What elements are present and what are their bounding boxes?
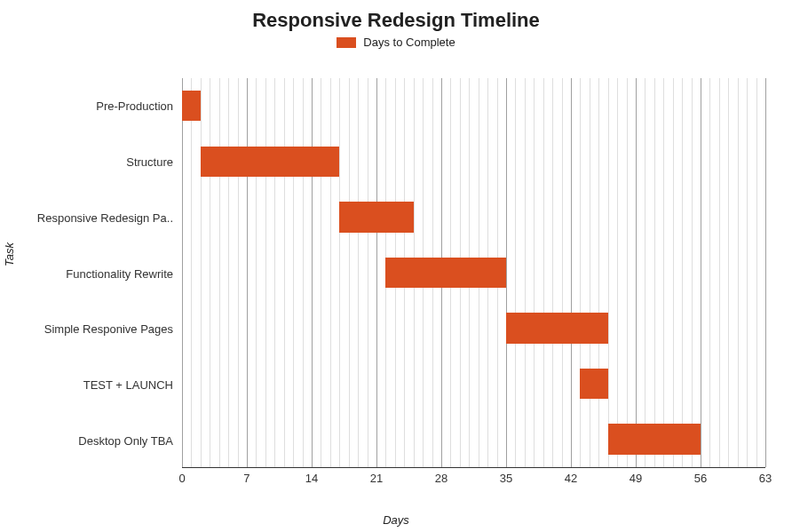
legend-label: Days to Complete bbox=[363, 36, 455, 49]
chart-row bbox=[182, 245, 765, 301]
gantt-bar bbox=[506, 313, 608, 343]
x-tick: 28 bbox=[435, 472, 447, 485]
x-tick: 56 bbox=[694, 472, 707, 485]
chart-row bbox=[182, 78, 765, 134]
gantt-bar bbox=[182, 91, 201, 121]
gridline-major bbox=[765, 78, 766, 467]
y-tick-labels: Pre-ProductionStructureResponsive Redesi… bbox=[0, 78, 173, 468]
plot-area bbox=[182, 78, 765, 468]
x-tick: 63 bbox=[759, 472, 772, 485]
y-tick-label: Simple Responive Pages bbox=[44, 322, 173, 336]
gantt-bar bbox=[608, 424, 701, 454]
x-ticks: 071421283542495663 bbox=[182, 472, 765, 489]
x-tick: 0 bbox=[178, 472, 185, 485]
gantt-bar bbox=[580, 369, 607, 399]
x-tick: 7 bbox=[243, 472, 249, 485]
chart-row bbox=[182, 356, 765, 412]
y-tick-label: Responsive Redesign Pa.. bbox=[37, 210, 173, 224]
y-tick-label: TEST + LAUNCH bbox=[83, 377, 173, 391]
legend-swatch-icon bbox=[337, 37, 356, 48]
x-tick: 14 bbox=[305, 472, 318, 485]
bars-layer bbox=[182, 78, 765, 467]
x-axis-label: Days bbox=[0, 513, 792, 527]
y-tick-label: Functionality Rewrite bbox=[66, 266, 173, 280]
gantt-bar bbox=[339, 202, 413, 232]
gantt-bar bbox=[201, 147, 339, 177]
chart-row bbox=[182, 134, 765, 190]
gantt-chart: Responsive Redesign Timeline Days to Com… bbox=[0, 0, 792, 532]
x-tick: 35 bbox=[500, 472, 512, 485]
chart-row bbox=[182, 300, 765, 356]
chart-row bbox=[182, 189, 765, 245]
x-tick: 21 bbox=[370, 472, 383, 485]
x-tick: 49 bbox=[630, 472, 642, 485]
y-tick-label: Structure bbox=[126, 155, 173, 169]
x-tick: 42 bbox=[565, 472, 577, 485]
chart-title: Responsive Redesign Timeline bbox=[0, 9, 792, 32]
y-tick-label: Pre-Production bbox=[96, 99, 173, 113]
y-tick-label: Desktop Only TBA bbox=[78, 433, 173, 447]
chart-legend: Days to Complete bbox=[0, 36, 792, 51]
chart-row bbox=[182, 411, 765, 467]
gantt-bar bbox=[385, 258, 506, 288]
